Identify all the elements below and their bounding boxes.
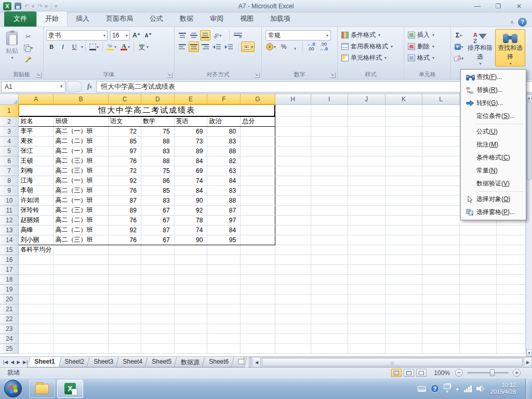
- ribbon-tab-file[interactable]: 文件: [4, 11, 36, 26]
- cell[interactable]: [348, 166, 385, 176]
- cell[interactable]: [241, 166, 275, 176]
- row-header-23[interactable]: 23: [0, 324, 19, 334]
- cell[interactable]: 80: [207, 126, 241, 136]
- cell[interactable]: [275, 324, 311, 334]
- cell[interactable]: [109, 314, 141, 324]
- cell[interactable]: [109, 324, 141, 334]
- cell[interactable]: 69: [174, 166, 207, 176]
- cell[interactable]: [497, 314, 526, 324]
- row-header-12[interactable]: 12: [0, 215, 19, 225]
- cell[interactable]: [385, 166, 422, 176]
- cell[interactable]: [275, 146, 311, 156]
- cell[interactable]: 88: [207, 146, 241, 156]
- cell[interactable]: [348, 314, 385, 324]
- cell[interactable]: [497, 343, 526, 353]
- volume-icon[interactable]: [476, 385, 484, 392]
- cell[interactable]: 高二（三）班: [54, 235, 109, 245]
- qat-customize-icon[interactable]: ▾: [55, 3, 58, 10]
- cell[interactable]: [241, 126, 275, 136]
- cell[interactable]: [348, 104, 385, 116]
- cell[interactable]: [311, 235, 348, 245]
- row-header-11[interactable]: 11: [0, 205, 19, 215]
- styles-0-button[interactable]: 条件格式▾: [339, 29, 402, 41]
- cell[interactable]: 李朝: [19, 185, 54, 195]
- cell[interactable]: [385, 264, 422, 274]
- font-size-select[interactable]: 16▾: [110, 30, 130, 41]
- cell[interactable]: 高二（二）班: [54, 215, 109, 225]
- wrap-text-button[interactable]: [232, 30, 244, 41]
- cell[interactable]: 85: [109, 136, 141, 146]
- cell[interactable]: [311, 304, 348, 314]
- cells-2-button[interactable]: 格式▾: [406, 52, 449, 63]
- cell[interactable]: [275, 166, 311, 176]
- column-header-A[interactable]: A: [19, 94, 54, 104]
- cell[interactable]: [459, 284, 497, 294]
- cell[interactable]: [241, 264, 275, 274]
- cell[interactable]: 73: [174, 136, 207, 146]
- cell[interactable]: [348, 274, 385, 284]
- cell[interactable]: 高二（三）班: [54, 166, 109, 176]
- cell[interactable]: [275, 126, 311, 136]
- row-header-20[interactable]: 20: [0, 294, 19, 304]
- row-header-13[interactable]: 13: [0, 225, 19, 235]
- cell[interactable]: [311, 136, 348, 146]
- cell[interactable]: 84: [174, 185, 207, 195]
- cell[interactable]: [497, 235, 526, 245]
- styles-2-button[interactable]: 单元格样式▾: [339, 52, 402, 63]
- column-header-C[interactable]: C: [109, 94, 141, 104]
- cell[interactable]: [109, 304, 141, 314]
- menu-item-9[interactable]: 数据验证(V): [461, 177, 526, 190]
- cell[interactable]: [348, 205, 385, 215]
- find-select-button[interactable]: 查找和选择 ▾: [495, 29, 525, 66]
- cell[interactable]: [348, 126, 385, 136]
- cell[interactable]: 90: [174, 195, 207, 205]
- cell[interactable]: [422, 274, 460, 284]
- cell[interactable]: [385, 185, 422, 195]
- cell[interactable]: [348, 146, 385, 156]
- cell[interactable]: [385, 205, 422, 215]
- cell[interactable]: [348, 235, 385, 245]
- cell[interactable]: 总分: [241, 116, 275, 126]
- align-right-button[interactable]: [200, 42, 210, 52]
- cell[interactable]: [459, 314, 497, 324]
- cell[interactable]: [207, 294, 241, 304]
- cell[interactable]: [348, 116, 385, 126]
- cell[interactable]: [311, 176, 348, 185]
- column-header-L[interactable]: L: [422, 94, 460, 104]
- cell[interactable]: [174, 284, 207, 294]
- cell[interactable]: 江海: [19, 176, 54, 185]
- merged-title-cell[interactable]: 恒大中学高二考试成绩表: [19, 104, 275, 116]
- cell[interactable]: [385, 215, 422, 225]
- undo-icon[interactable]: ↶ ▾: [24, 3, 34, 10]
- cell[interactable]: [207, 255, 241, 264]
- menu-item-3[interactable]: 定位条件(S)...: [461, 110, 526, 123]
- cell[interactable]: [422, 136, 460, 146]
- cell[interactable]: [109, 343, 141, 353]
- cell[interactable]: [311, 274, 348, 284]
- cell[interactable]: [241, 343, 275, 353]
- menu-item-11[interactable]: 选择对象(O): [461, 193, 526, 206]
- cell[interactable]: [348, 304, 385, 314]
- cell[interactable]: 87: [141, 225, 174, 235]
- name-box[interactable]: A1 ▼: [1, 81, 65, 92]
- cell[interactable]: [311, 126, 348, 136]
- cell[interactable]: [497, 264, 526, 274]
- cell[interactable]: [348, 245, 385, 255]
- cell[interactable]: [275, 104, 311, 116]
- ribbon-tab-4[interactable]: 公式: [141, 11, 171, 26]
- ribbon-tab-3[interactable]: 页面布局: [98, 11, 141, 26]
- ribbon-tab-8[interactable]: 加载项: [262, 11, 299, 26]
- cell[interactable]: [385, 324, 422, 334]
- column-header-F[interactable]: F: [207, 94, 241, 104]
- cell[interactable]: 89: [174, 146, 207, 156]
- cell[interactable]: 高二（二）班: [54, 225, 109, 235]
- increase-indent-button[interactable]: [223, 42, 234, 52]
- cell[interactable]: [54, 314, 109, 324]
- cell[interactable]: 76: [109, 215, 141, 225]
- row-header-1[interactable]: 1: [0, 104, 19, 116]
- cell[interactable]: [385, 334, 422, 343]
- cell[interactable]: [174, 324, 207, 334]
- cell[interactable]: [311, 294, 348, 304]
- menu-item-8[interactable]: 常量(N): [461, 164, 526, 177]
- cell[interactable]: [348, 334, 385, 343]
